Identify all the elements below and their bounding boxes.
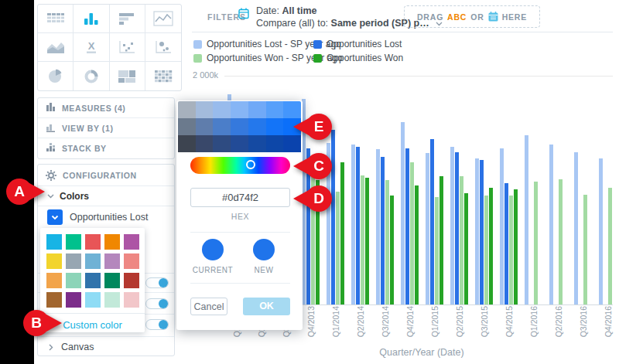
shade-swatch[interactable] xyxy=(283,135,301,152)
legend-item[interactable]: Opportunities Lost xyxy=(313,39,402,49)
palette-swatch[interactable] xyxy=(85,292,101,308)
x-axis-label: Q2/2016 xyxy=(554,306,563,340)
bucket-label: MEASURES (4) xyxy=(62,104,125,113)
chart-type-treemap[interactable] xyxy=(110,62,145,90)
palette-swatch[interactable] xyxy=(85,234,101,250)
palette-swatch[interactable] xyxy=(66,253,81,269)
bucket-label: STACK BY xyxy=(62,144,107,153)
attribute-date-drop-zone[interactable]: DRAG ABC OR HERE xyxy=(404,5,540,28)
palette-swatch[interactable] xyxy=(124,253,139,269)
x-axis-label: Q4/2016 xyxy=(604,306,613,340)
bar xyxy=(504,183,508,304)
bar xyxy=(381,157,385,304)
shade-swatch[interactable] xyxy=(213,101,231,118)
palette-swatch[interactable] xyxy=(85,273,101,288)
palette-swatch[interactable] xyxy=(104,253,120,269)
filters-divider xyxy=(192,32,613,32)
chart-type-area[interactable] xyxy=(38,33,74,62)
toggle-knob xyxy=(159,299,168,308)
shade-swatch[interactable] xyxy=(283,101,301,118)
palette-swatch[interactable] xyxy=(46,273,62,288)
hue-slider[interactable] xyxy=(190,157,290,174)
stack-by-icon xyxy=(46,141,56,155)
treemap-icon xyxy=(117,69,137,84)
date-filter-line1[interactable]: Date: All time xyxy=(256,5,317,16)
custom-color-dialog: HEX CURRENT NEW Cancel OK xyxy=(176,100,303,330)
palette-swatch[interactable] xyxy=(85,253,101,269)
bar xyxy=(475,158,479,304)
chart-type-bubble[interactable] xyxy=(145,33,181,62)
chart-type-column-selected[interactable] xyxy=(74,5,109,33)
chart-type-donut[interactable] xyxy=(74,62,109,90)
palette-swatch[interactable] xyxy=(66,292,81,308)
palette-swatch[interactable] xyxy=(124,273,139,288)
bucket-stack-by[interactable]: STACK BY xyxy=(38,138,174,158)
chart-type-heatmap[interactable] xyxy=(145,62,181,90)
shade-swatch[interactable] xyxy=(178,135,196,152)
palette-swatch[interactable] xyxy=(46,292,62,308)
current-color-circle xyxy=(202,239,224,260)
bar xyxy=(351,145,355,304)
shade-swatch[interactable] xyxy=(231,101,248,118)
canvas-section-toggle[interactable]: Canvas xyxy=(38,336,174,357)
bar xyxy=(559,179,563,304)
shade-swatch[interactable] xyxy=(196,101,214,118)
chart-type-headline[interactable]: X xyxy=(74,33,109,62)
legend-item[interactable]: Opportunities Won xyxy=(313,53,403,63)
shade-swatch[interactable] xyxy=(231,135,248,152)
colors-section-toggle[interactable]: Colors xyxy=(38,186,174,206)
annotation-pin-a: A xyxy=(6,179,32,205)
chart-type-bar[interactable] xyxy=(110,5,145,33)
shade-swatch[interactable] xyxy=(196,118,214,135)
shade-swatch[interactable] xyxy=(266,101,284,118)
shade-swatch[interactable] xyxy=(178,101,196,118)
shade-row xyxy=(178,135,301,152)
measures-icon xyxy=(46,101,56,115)
pin-label: E xyxy=(306,114,332,140)
palette-swatch[interactable] xyxy=(66,234,81,250)
palette-swatch[interactable] xyxy=(46,234,62,250)
chart-type-scatter[interactable] xyxy=(110,33,145,62)
chart-type-line[interactable] xyxy=(145,5,181,33)
hex-color-input[interactable] xyxy=(190,188,290,207)
palette-swatch[interactable] xyxy=(46,253,62,269)
measure-toggle[interactable] xyxy=(145,319,169,330)
bar xyxy=(464,193,468,304)
pin-label: D xyxy=(306,185,332,212)
bucket-measures[interactable]: MEASURES (4) xyxy=(38,98,174,118)
chart-type-table[interactable] xyxy=(38,5,74,33)
shade-swatch[interactable] xyxy=(266,118,284,135)
palette-swatch[interactable] xyxy=(124,292,139,308)
bubble-chart-icon xyxy=(154,39,173,55)
bar xyxy=(599,158,603,304)
palette-swatch[interactable] xyxy=(104,292,120,308)
ok-button[interactable]: OK xyxy=(243,298,290,315)
shade-swatch[interactable] xyxy=(266,135,284,152)
chart-type-pie[interactable] xyxy=(38,62,74,90)
donut-chart-icon xyxy=(83,69,100,84)
palette-swatch[interactable] xyxy=(66,273,81,288)
scatter-plot-icon xyxy=(118,39,136,55)
shade-swatch[interactable] xyxy=(231,118,248,135)
drop-zone-drag: DRAG xyxy=(417,12,443,22)
measure-toggle[interactable] xyxy=(145,277,169,288)
x-axis-label: Q2/2015 xyxy=(455,306,464,340)
palette-swatch[interactable] xyxy=(124,234,139,250)
shade-swatch[interactable] xyxy=(248,135,266,152)
shade-row xyxy=(178,118,301,135)
measure-name: Opportunities Lost xyxy=(70,212,148,223)
shade-swatch[interactable] xyxy=(178,118,196,135)
measure-color-dropdown[interactable] xyxy=(47,209,63,225)
measure-toggle[interactable] xyxy=(145,298,169,309)
bucket-view-by[interactable]: VIEW BY (1) xyxy=(38,118,174,138)
cancel-button[interactable]: Cancel xyxy=(190,298,227,315)
palette-swatch[interactable] xyxy=(104,273,120,288)
shade-swatch[interactable] xyxy=(213,118,231,135)
hue-slider-marker[interactable] xyxy=(246,160,255,169)
shade-swatch[interactable] xyxy=(196,135,214,152)
shade-swatch[interactable] xyxy=(248,101,266,118)
palette-swatch[interactable] xyxy=(104,234,120,250)
shade-swatch[interactable] xyxy=(213,135,231,152)
svg-text:X: X xyxy=(88,40,95,52)
shade-swatch[interactable] xyxy=(248,118,266,135)
